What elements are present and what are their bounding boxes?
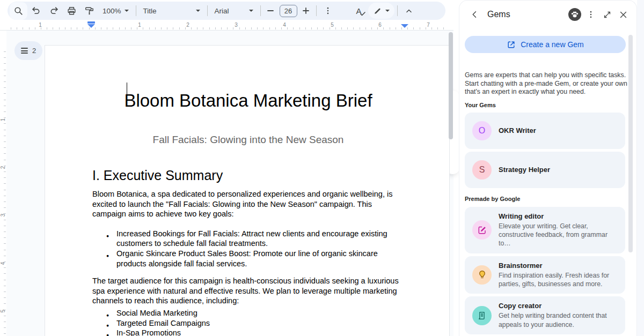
print-icon [67, 6, 77, 16]
gem-letter-avatar: S [472, 160, 492, 180]
list-item[interactable]: In-Spa Promotions [116, 328, 404, 336]
premade-gems-list: Writing editor Elevate your writing. Get… [465, 207, 625, 336]
your-gems-list: O OKR Writer S Strategy Helper [465, 113, 625, 188]
create-new-gem-label: Create a new Gem [521, 40, 584, 49]
gem-card-writing-editor[interactable]: Writing editor Elevate your writing. Get… [465, 207, 625, 253]
bullet-list: Increased Bookings for Fall Facials: Att… [92, 229, 404, 268]
font-family-selector[interactable]: Arial [210, 2, 258, 20]
gem-card-strategy-helper[interactable]: S Strategy Helper [465, 152, 625, 188]
collapse-toolbar-button[interactable] [400, 2, 418, 20]
window-background [637, 0, 644, 336]
font-value: Arial [215, 7, 229, 15]
gem-description: Get help writing branded content that ap… [499, 311, 619, 329]
paragraph[interactable]: Bloom Botanica, a spa dedicated to perso… [92, 189, 404, 219]
increase-font-size-button[interactable] [299, 2, 313, 20]
style-value: Title [143, 7, 157, 15]
account-avatar[interactable] [567, 6, 583, 23]
document-page[interactable]: Bloom Botanica Marketing Brief Fall Faci… [45, 45, 450, 336]
editing-mode-selector[interactable] [368, 3, 394, 19]
bullet-list: Social Media Marketing Targeted Email Ca… [92, 308, 404, 336]
horizontal-ruler: 11234567 [0, 21, 453, 31]
gem-name: OKR Writer [499, 126, 536, 135]
chevron-down-icon [385, 10, 390, 12]
redo-button[interactable] [45, 2, 63, 20]
list-item[interactable]: Social Media Marketing [116, 308, 404, 318]
gems-description: Gems are experts that can help you with … [465, 71, 631, 96]
document-title[interactable]: Bloom Botanica Marketing Brief [124, 91, 372, 111]
gem-card-okr-writer[interactable]: O OKR Writer [465, 113, 625, 149]
premade-by-google-label: Premade by Google [465, 196, 631, 202]
list-item[interactable]: Organic Skincare Product Sales Boost: Pr… [116, 249, 404, 268]
print-button[interactable] [63, 2, 80, 20]
gem-name: Brainstormer [499, 262, 619, 270]
outline-list-icon [21, 48, 28, 54]
gem-card-copy-creator[interactable]: Copy creator Get help writing branded co… [465, 296, 625, 334]
panel-more-options-button[interactable] [583, 6, 599, 23]
more-options-button[interactable] [319, 2, 337, 20]
document-outline-button[interactable]: 2 [14, 41, 42, 60]
zoom-selector[interactable]: 100% [98, 2, 133, 20]
gem-avatar [472, 265, 492, 285]
edit-square-icon [477, 225, 487, 235]
outline-badge: 2 [32, 47, 36, 55]
decrease-font-size-button[interactable] [264, 2, 278, 20]
chevron-up-icon [405, 6, 413, 15]
section-heading[interactable]: I. Executive Summary [92, 168, 404, 183]
gem-name: Copy creator [499, 302, 619, 310]
search-button[interactable] [10, 2, 27, 20]
expand-panel-button[interactable] [599, 6, 615, 23]
gem-avatar [472, 220, 492, 240]
toolbar-divider [136, 5, 136, 16]
close-icon [619, 10, 628, 19]
paint-format-icon [84, 6, 94, 16]
first-line-indent-marker[interactable] [87, 21, 95, 24]
lightbulb-icon [477, 270, 487, 280]
expand-icon [603, 10, 612, 19]
paragraph[interactable]: The target audience for this campaign is… [92, 276, 404, 306]
font-size-input[interactable]: 26 [280, 5, 297, 17]
document-subtitle[interactable]: Fall Facials: Glowing into the New Seaso… [92, 134, 404, 146]
toolbar-divider [207, 5, 208, 16]
redo-icon [49, 6, 59, 16]
more-vert-icon [586, 10, 596, 19]
gem-description: Find inspiration easily. Fresh ideas for… [499, 271, 619, 289]
paragraph-style-selector[interactable]: Title [139, 2, 204, 20]
gem-card-brainstormer[interactable]: Brainstormer Find inspiration easily. Fr… [465, 256, 625, 294]
zoom-value: 100% [103, 7, 121, 15]
gem-avatar [472, 306, 492, 325]
gems-panel: Gems Create a new Gem Gems are experts t… [459, 0, 637, 336]
check-icon [360, 12, 365, 16]
list-item[interactable]: Targeted Email Campaigns [116, 318, 404, 328]
gem-name: Strategy Helper [499, 166, 550, 174]
pen-icon [373, 6, 382, 16]
undo-icon [31, 6, 41, 16]
create-new-gem-button[interactable]: Create a new Gem [465, 36, 626, 53]
docs-toolbar: 100% Title Arial 26 A [8, 2, 445, 20]
paw-avatar-icon [568, 8, 582, 21]
chevron-down-icon [249, 10, 253, 12]
toolbar-divider [260, 5, 261, 16]
panel-title: Gems [487, 10, 510, 19]
open-in-new-icon [507, 40, 516, 49]
list-item[interactable]: Increased Bookings for Fall Facials: Att… [116, 229, 404, 249]
more-vert-icon [323, 6, 333, 16]
chevron-down-icon [196, 10, 200, 12]
spelling-suggestions-button[interactable]: A [350, 2, 368, 20]
document-scrollbar[interactable] [449, 32, 453, 139]
gem-name: Writing editor [499, 212, 619, 221]
chevron-down-icon [125, 10, 129, 12]
gems-panel-header: Gems [459, 1, 636, 28]
font-size-value: 26 [284, 7, 292, 15]
paint-format-button[interactable] [80, 2, 98, 20]
gem-description: Elevate your writing. Get clear, constru… [499, 222, 619, 248]
vertical-ruler: 12345 [0, 31, 6, 336]
undo-button[interactable] [27, 2, 45, 20]
back-chevron-icon [470, 10, 480, 19]
document-icon [477, 311, 487, 320]
panel-scrollbar[interactable] [628, 35, 633, 252]
gem-letter-avatar: O [472, 121, 492, 140]
back-button[interactable] [467, 6, 483, 23]
toolbar-divider [397, 5, 398, 16]
toolbar-divider [316, 5, 317, 16]
close-panel-button[interactable] [615, 6, 631, 23]
